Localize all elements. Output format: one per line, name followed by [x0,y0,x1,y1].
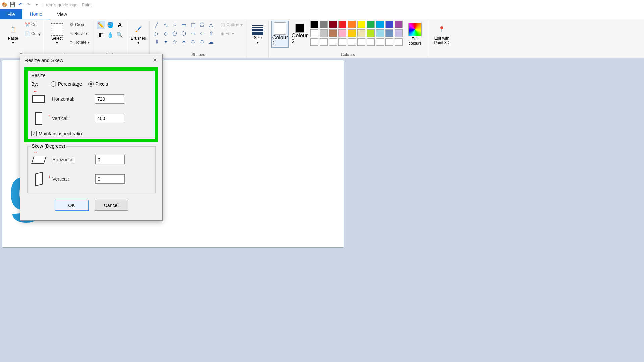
size-button[interactable]: Size▾ [250,21,266,48]
zoom-tool[interactable]: 🔍 [115,30,124,39]
skew-v-label: Vertical: [52,176,89,182]
fill-tool[interactable]: 🪣 [106,21,115,29]
colour1-button[interactable]: Colour 1 [271,21,289,48]
resize-skew-dialog: Resize and Skew ✕ Resize By: Percentage … [20,54,163,221]
size-icon [250,24,265,35]
colour-swatch[interactable] [338,29,346,37]
resize-v-label: Vertical: [52,116,89,121]
paint3d-icon: 📍 [436,23,448,36]
tab-home[interactable]: Home [22,9,50,19]
colour-swatch[interactable] [357,29,365,37]
colour-palette[interactable] [310,21,404,46]
colour-swatch[interactable] [367,38,375,46]
resize-legend: Resize [31,73,152,78]
colour-swatch[interactable] [310,29,318,37]
rainbow-icon [408,23,422,36]
group-shapes: ╱∿○▭▢⬠△ ▷◇⬠⬡⇨⇦⇧ ⇩✦☆✶⬭⬭☁ ◯Outline ▾ ◉Fill… [150,21,247,58]
paint3d-button[interactable]: 📍 Edit with Paint 3D [430,21,453,48]
colour2-button[interactable]: Colour 2 [291,21,308,48]
colour-swatch[interactable] [320,29,328,37]
select-button[interactable]: Select▾ [48,21,66,48]
colour-swatch[interactable] [376,29,384,37]
paste-button[interactable]: 📋 Paste▾ [5,21,21,48]
ribbon: 📋 Paste▾ ✂️Cut 📄Copy Cl... Select▾ ⿻Crop… [0,19,644,58]
crop-button[interactable]: ⿻Crop [68,21,91,29]
colour-swatch[interactable] [338,38,346,46]
colour-swatch[interactable] [329,38,337,46]
group-brushes: 🖌️ Brushes▾ [127,21,150,58]
brushes-button[interactable]: 🖌️ Brushes▾ [130,21,147,48]
group-image: Select▾ ⿻Crop ⤡Resize ⟳Rotate ▾ Image [45,21,94,58]
resize-button[interactable]: ⤡Resize [68,29,91,38]
save-icon[interactable]: 💾 [9,2,15,8]
skew-vertical-icon: ↕ [32,172,46,186]
resize-v-input[interactable] [95,114,124,123]
fill-button[interactable]: ◉Fill ▾ [219,29,244,38]
ok-button[interactable]: OK [55,200,89,211]
colour-swatch[interactable] [338,21,346,28]
copy-icon: 📄 [25,31,30,36]
colour-swatch[interactable] [376,21,384,28]
redo-icon[interactable]: ↷ [25,2,32,8]
colour-swatch[interactable] [357,21,365,28]
pencil-tool[interactable]: ✏️ [97,21,105,29]
clipboard-icon: 📋 [7,23,19,36]
colour-swatch[interactable] [385,29,393,37]
resize-icon: ⤡ [70,31,73,36]
colour-swatch[interactable] [348,29,356,37]
ribbon-tabs: File Home View [0,9,644,19]
group-size: Size▾ [247,21,269,58]
undo-icon[interactable]: ↶ [17,2,23,8]
skew-h-input[interactable] [95,155,125,164]
aspect-ratio-checkbox[interactable]: ✓Maintain aspect ratio [31,131,152,136]
rotate-button[interactable]: ⟳Rotate ▾ [68,38,91,46]
colour-swatch[interactable] [310,21,318,28]
outline-button[interactable]: ◯Outline ▾ [219,21,244,29]
colour-swatch[interactable] [395,21,403,28]
colour-swatch[interactable] [367,29,375,37]
edit-colours-button[interactable]: Edit colours [406,21,424,48]
window-title: tom's guide logo - Paint [46,2,91,7]
colour-swatch[interactable] [329,21,337,28]
brush-icon: 🖌️ [132,23,144,36]
colour-swatch[interactable] [348,38,356,46]
colour-swatch[interactable] [376,38,384,46]
skew-group: Skew (Degrees) ↔ Horizontal: ↕ Vertical: [27,146,156,193]
resize-highlight: Resize By: Percentage Pixels ↔ Horizonta… [24,67,158,142]
colour-swatch[interactable] [367,21,375,28]
tab-file[interactable]: File [0,9,22,19]
colour-swatch[interactable] [357,38,365,46]
tab-view[interactable]: View [50,9,74,19]
close-icon[interactable]: ✕ [151,57,158,63]
group-paint3d: 📍 Edit with Paint 3D [427,21,456,58]
colour-swatch[interactable] [320,21,328,28]
colour-swatch[interactable] [310,38,318,46]
cancel-button[interactable]: Cancel [95,200,128,211]
resize-h-input[interactable] [95,94,124,104]
group-tools: ✏️ 🪣 A ◧ 💧 🔍 Tools [94,21,127,58]
title-bar: 🎨 💾 ↶ ↷ ▾ | tom's guide logo - Paint [0,0,644,9]
copy-button[interactable]: 📄Copy [23,29,42,38]
colour-swatch[interactable] [329,29,337,37]
customize-qat-icon[interactable]: ▾ [34,2,40,8]
picker-tool[interactable]: 💧 [106,30,115,39]
radio-pixels[interactable]: Pixels [88,81,108,87]
colour-swatch[interactable] [385,21,393,28]
skew-horizontal-icon: ↔ [32,153,46,166]
cut-button[interactable]: ✂️Cut [23,21,42,29]
scissors-icon: ✂️ [25,22,30,27]
group-colours: Colour 1 Colour 2 Edit colours Colours [269,21,427,58]
colour-swatch[interactable] [395,29,403,37]
colour-swatch[interactable] [385,38,393,46]
colour-swatch[interactable] [348,21,356,28]
colour-swatch[interactable] [320,38,328,46]
group-label-colours: Colours [341,52,355,58]
fill-icon: ◉ [221,31,224,36]
text-tool[interactable]: A [115,21,124,29]
skew-v-input[interactable] [95,174,125,184]
radio-percentage[interactable]: Percentage [51,81,82,87]
shapes-gallery[interactable]: ╱∿○▭▢⬠△ ▷◇⬠⬡⇨⇦⇧ ⇩✦☆✶⬭⬭☁ [152,21,215,46]
eraser-tool[interactable]: ◧ [97,30,105,39]
colour-swatch[interactable] [395,38,403,46]
crop-icon: ⿻ [70,22,74,27]
